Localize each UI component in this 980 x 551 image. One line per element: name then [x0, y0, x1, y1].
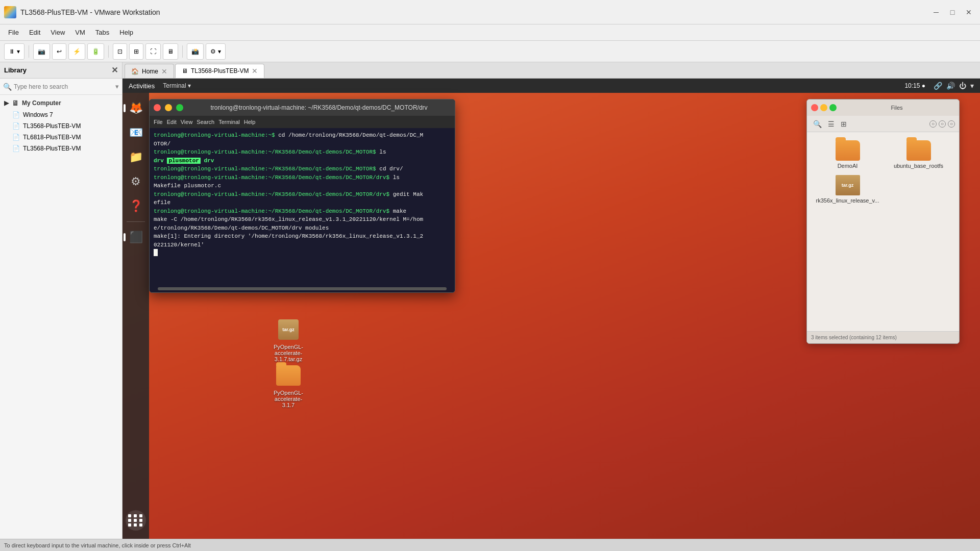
settings-button[interactable]: ⚙ ▾	[206, 43, 226, 60]
fm-item-rk356x[interactable]: tar.gz rk356x_linux_release_v...	[815, 175, 880, 204]
term-menu-view[interactable]: View	[181, 119, 193, 125]
term-menu-terminal[interactable]: Terminal	[218, 119, 240, 125]
vm-icon: 📄	[12, 134, 20, 141]
dock-all-apps[interactable]	[126, 510, 146, 531]
term-menu-edit[interactable]: Edit	[167, 119, 177, 125]
menu-edit[interactable]: Edit	[25, 27, 44, 38]
screenshot-button[interactable]: 📷	[33, 43, 50, 60]
term-menu-help[interactable]: Help	[244, 119, 256, 125]
pause-resume-button[interactable]: ⏸ ▾	[4, 43, 24, 60]
tab-home[interactable]: 🏠 Home ✕	[125, 64, 174, 78]
restore-button[interactable]: □	[945, 5, 960, 19]
main-area: Library ✕ 🔍 ▾ ▶ 🖥 My Computer 📄 Windows …	[0, 62, 980, 539]
menu-view[interactable]: View	[46, 27, 69, 38]
menu-tabs[interactable]: Tabs	[91, 27, 113, 38]
search-input[interactable]	[14, 83, 113, 90]
folder-icon	[836, 140, 860, 161]
dock-help[interactable]: ❓	[126, 196, 146, 216]
fullscreen-button[interactable]: ⛶	[145, 43, 161, 60]
desktop-icon-folder[interactable]: PyOpenGL-accelerate-3.1.7	[265, 359, 311, 412]
sidebar-close-button[interactable]: ✕	[111, 65, 118, 75]
dock-firefox[interactable]: 🦊	[126, 98, 146, 118]
sidebar-item-tl6818[interactable]: 📄 TL6818-PlusTEB-VM	[0, 132, 122, 143]
battery-button[interactable]: 🔋	[87, 43, 104, 60]
sidebar-search-bar: 🔍 ▾	[0, 79, 122, 95]
terminal-close-button[interactable]	[154, 104, 161, 111]
fm-max-button[interactable]	[829, 104, 837, 111]
tab-vm[interactable]: 🖥 TL3568-PlusTEB-VM ✕	[175, 64, 264, 78]
tarball-file-icon: tar.gz	[276, 317, 301, 342]
search-dropdown-icon[interactable]: ▾	[115, 83, 119, 90]
tab-bar: 🏠 Home ✕ 🖥 TL3568-PlusTEB-VM ✕	[122, 62, 980, 79]
menu-vm[interactable]: VM	[71, 27, 89, 38]
fm-circle-btn-1[interactable]: ○	[929, 120, 937, 128]
fm-circle-btn-3[interactable]: ○	[948, 120, 955, 128]
dock-terminal[interactable]: ⬛	[126, 227, 146, 247]
terminal-max-button[interactable]	[176, 104, 183, 111]
dock-settings[interactable]: ⚙	[126, 171, 146, 192]
ubuntu-topbar: Activities Terminal ▾ 10:15 ● 🔗 🔊 ⏻ ▾	[122, 79, 980, 93]
close-button[interactable]: ✕	[962, 5, 976, 19]
sidebar-item-windows7[interactable]: 📄 Windows 7	[0, 109, 122, 120]
term-menu-file[interactable]: File	[154, 119, 163, 125]
fm-file-grid: DemoAI ubuntu_base_rootfs tar.gz rk356x_…	[807, 132, 959, 212]
tl3568-2-label: TL3568-PlusTEB-VM	[23, 145, 81, 152]
menu-help[interactable]: Help	[115, 27, 137, 38]
snapshot-icon: ↩	[57, 48, 62, 55]
content-area: 🏠 Home ✕ 🖥 TL3568-PlusTEB-VM ✕ Activitie…	[122, 62, 980, 539]
files-icon: 📁	[129, 151, 143, 164]
fm-list-view-button[interactable]: ☰	[826, 119, 837, 129]
terminal-menu-button[interactable]: Terminal ▾	[163, 82, 191, 89]
terminal-window[interactable]: tronlong@tronlong-virtual-machine: ~/RK3…	[149, 99, 455, 293]
power-tray-icon: ⏻	[959, 82, 966, 90]
desktop-icon-tarball[interactable]: tar.gz PyOpenGL-accelerate-3.1.7.tar.gz	[265, 313, 311, 366]
help-icon: ❓	[129, 199, 143, 213]
vm-content[interactable]: Activities Terminal ▾ 10:15 ● 🔗 🔊 ⏻ ▾ 🦊	[122, 79, 980, 539]
fm-min-button[interactable]	[820, 104, 827, 111]
sidebar: Library ✕ 🔍 ▾ ▶ 🖥 My Computer 📄 Windows …	[0, 62, 122, 539]
menu-file[interactable]: File	[4, 27, 23, 38]
sidebar-item-tl3568-2[interactable]: 📄 TL3568-PlusTEB-VM	[0, 143, 122, 154]
fm-search-button[interactable]: 🔍	[811, 119, 824, 129]
fit-window-button[interactable]: ⊡	[113, 43, 127, 60]
fm-grid-view-button[interactable]: ⊞	[839, 119, 849, 129]
vm-icon: 📄	[12, 145, 20, 152]
minimize-button[interactable]: ─	[929, 5, 943, 19]
settings-dropdown-icon: ▾	[218, 48, 221, 55]
snapshot-button[interactable]: ↩	[52, 43, 66, 60]
view-button[interactable]: 🖥	[163, 43, 178, 60]
fm-circle-btn-2[interactable]: ○	[939, 120, 946, 128]
tl3568-1-label: TL3568-PlusTEB-VM	[23, 122, 81, 130]
power-button[interactable]: ⚡	[68, 43, 85, 60]
computer-icon: 🖥	[12, 99, 19, 107]
statusbar: To direct keyboard input to the virtual …	[0, 539, 980, 551]
split-view-button[interactable]: ⊞	[129, 43, 143, 60]
filemanager-window[interactable]: Files 🔍 ☰ ⊞ ○ ○ ○	[806, 99, 960, 344]
ubuntu-desktop[interactable]: Activities Terminal ▾ 10:15 ● 🔗 🔊 ⏻ ▾ 🦊	[122, 79, 980, 539]
dock-thunderbird[interactable]: 📧	[126, 122, 146, 143]
tab-vm-close[interactable]: ✕	[252, 67, 258, 75]
activities-button[interactable]: Activities	[129, 82, 155, 90]
snap-button[interactable]: 📸	[187, 43, 204, 60]
terminal-scrollbar[interactable]	[158, 287, 447, 290]
terminal-title: tronlong@tronlong-virtual-machine: ~/RK3…	[187, 104, 451, 111]
fm-item-demoai[interactable]: DemoAI	[815, 140, 880, 169]
systray: 🔗 🔊 ⏻ ▾	[934, 82, 974, 90]
folder-icon	[906, 140, 931, 161]
fm-item-label: rk356x_linux_release_v...	[816, 197, 879, 204]
term-line-1: tronlong@tronlong-virtual-machine:~$ cd …	[154, 131, 451, 140]
window-controls: ─ □ ✕	[929, 5, 976, 19]
fm-item-ubuntu[interactable]: ubuntu_base_rootfs	[886, 140, 951, 169]
screenshot-icon: 📷	[38, 48, 45, 55]
sidebar-item-my-computer[interactable]: ▶ 🖥 My Computer	[0, 97, 122, 109]
dock-files[interactable]: 📁	[126, 147, 146, 167]
term-line-7: Makefile plusmotor.c	[154, 182, 451, 190]
vmware-logo-icon	[4, 6, 16, 18]
terminal-min-button[interactable]	[165, 104, 172, 111]
tab-home-close[interactable]: ✕	[161, 67, 167, 76]
sidebar-item-tl3568-1[interactable]: 📄 TL3568-PlusTEB-VM	[0, 120, 122, 132]
term-menu-search[interactable]: Search	[197, 119, 214, 125]
clock: 10:15 ●	[904, 82, 925, 89]
terminal-body[interactable]: tronlong@tronlong-virtual-machine:~$ cd …	[150, 128, 455, 292]
fm-close-button[interactable]	[811, 104, 818, 111]
